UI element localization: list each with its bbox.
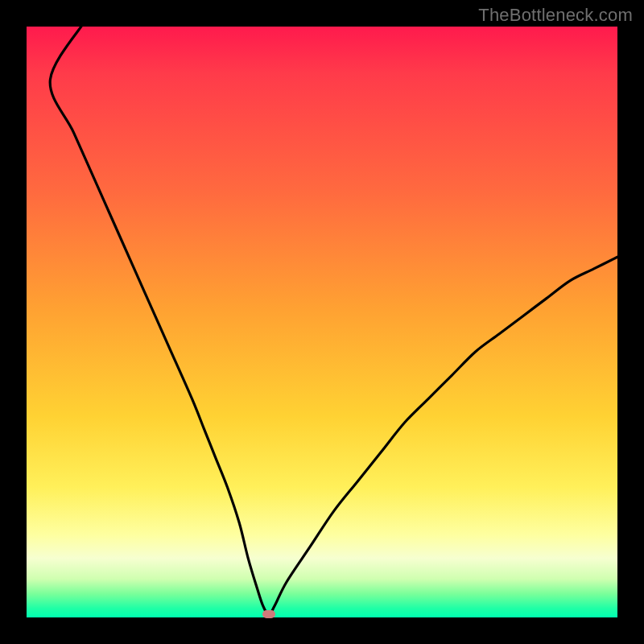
min-marker	[262, 610, 275, 618]
chart-frame: TheBottleneck.com	[0, 0, 644, 644]
bottleneck-curve-path	[50, 20, 617, 614]
watermark-text: TheBottleneck.com	[478, 5, 633, 26]
plot-area	[27, 27, 617, 617]
curve-svg	[27, 27, 617, 617]
